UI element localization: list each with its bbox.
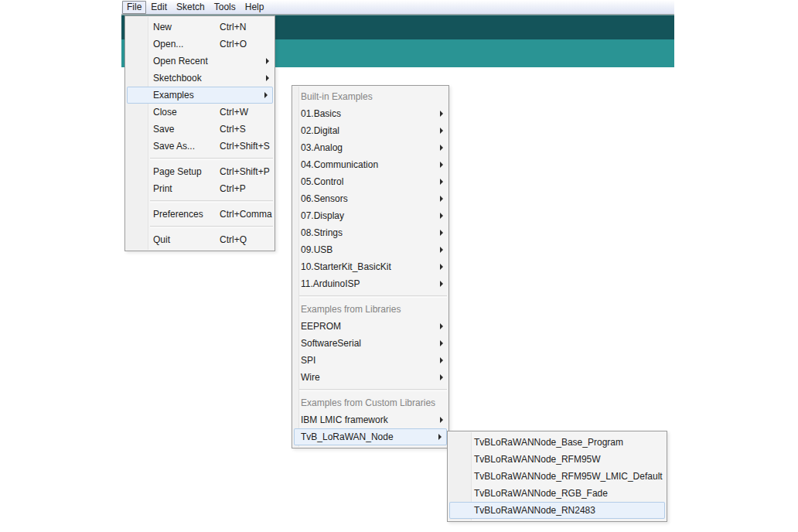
- submenu-arrow-icon: [440, 247, 443, 253]
- menubar-edit[interactable]: Edit: [146, 1, 172, 14]
- menu-item-label: 11.ArduinoISP: [301, 278, 360, 289]
- menu-item-label: Page Setup: [153, 166, 202, 177]
- menu-item-label: New: [153, 22, 172, 32]
- menu-item-preferences[interactable]: Preferences Ctrl+Comma: [125, 206, 275, 223]
- menu-item-eeprom[interactable]: EEPROM: [292, 318, 448, 335]
- menu-item-shortcut: Ctrl+N: [220, 19, 246, 36]
- menubar-help[interactable]: Help: [240, 1, 269, 14]
- menubar-file[interactable]: File: [122, 1, 146, 14]
- menu-item-spi[interactable]: SPI: [292, 352, 448, 369]
- submenu-arrow-icon: [440, 128, 443, 134]
- menu-item-07-display[interactable]: 07.Display: [292, 207, 448, 224]
- menu-item-label: IBM LMIC framework: [301, 414, 388, 425]
- menu-item-label: Preferences: [153, 209, 203, 220]
- menu-item-label: Open Recent: [153, 56, 208, 66]
- menu-header-examples-from-libraries: Examples from Libraries: [292, 301, 448, 318]
- submenu-arrow-icon: [440, 374, 443, 380]
- menu-item-softwareserial[interactable]: SoftwareSerial: [292, 335, 448, 352]
- menu-item-label: 09.USB: [301, 244, 332, 255]
- menubar-sketch[interactable]: Sketch: [172, 1, 210, 14]
- menu-item-page-setup[interactable]: Page Setup Ctrl+Shift+P: [125, 163, 275, 180]
- menu-item-tvblorawannode-rfm95w-lmic-default[interactable]: TvBLoRaWANNode_RFM95W_LMIC_Default: [448, 468, 667, 485]
- menu-item-new[interactable]: New Ctrl+N: [125, 19, 275, 36]
- submenu-arrow-icon: [440, 281, 443, 287]
- menu-separator: [299, 295, 447, 298]
- menu-item-wire[interactable]: Wire: [292, 369, 448, 386]
- menu-item-open-recent[interactable]: Open Recent: [125, 53, 275, 70]
- menu-item-label: 10.StarterKit_BasicKit: [301, 261, 391, 272]
- menubar-tools[interactable]: Tools: [210, 1, 240, 14]
- menu-item-ibm-lmic-framework[interactable]: IBM LMIC framework: [292, 411, 448, 428]
- menu-item-label: 04.Communication: [301, 159, 378, 170]
- submenu-arrow-icon: [440, 145, 443, 151]
- menu-item-examples[interactable]: Examples: [127, 87, 273, 104]
- menu-item-label: 07.Display: [301, 210, 344, 221]
- menu-item-label: Wire: [301, 372, 320, 383]
- submenu-arrow-icon: [440, 162, 443, 168]
- file-menu: New Ctrl+N Open... Ctrl+O Open Recent Sk…: [124, 15, 275, 251]
- submenu-arrow-icon: [440, 417, 443, 423]
- menu-item-05-control[interactable]: 05.Control: [292, 173, 448, 190]
- menu-item-label: Sketchbook: [153, 73, 202, 84]
- menu-item-01-basics[interactable]: 01.Basics: [292, 105, 448, 122]
- menu-item-09-usb[interactable]: 09.USB: [292, 241, 448, 258]
- menu-item-sketchbook[interactable]: Sketchbook: [125, 70, 275, 87]
- menu-item-shortcut: Ctrl+Q: [220, 231, 247, 248]
- submenu-arrow-icon: [440, 357, 443, 363]
- menu-item-shortcut: Ctrl+Shift+S: [220, 138, 270, 155]
- menu-item-06-sensors[interactable]: 06.Sensors: [292, 190, 448, 207]
- menu-item-tvb-lorawan-node[interactable]: TvB_LoRaWAN_Node: [294, 428, 447, 445]
- screen: File Edit Sketch Tools Help New Ctrl+N O…: [0, 0, 798, 532]
- menu-item-tvblorawannode-rn2483[interactable]: TvBLoRaWANNode_RN2483: [449, 502, 665, 519]
- menu-item-tvblorawannode-rfm95w[interactable]: TvBLoRaWANNode_RFM95W: [448, 451, 667, 468]
- menu-item-shortcut: Ctrl+S: [220, 121, 246, 138]
- menu-header-built-in-examples: Built-in Examples: [292, 88, 448, 105]
- menu-item-label: SPI: [301, 355, 315, 366]
- menu-item-04-communication[interactable]: 04.Communication: [292, 156, 448, 173]
- menu-item-save[interactable]: Save Ctrl+S: [125, 121, 275, 138]
- submenu-arrow-icon: [266, 58, 269, 64]
- menu-item-label: Save As...: [153, 141, 195, 152]
- menu-item-shortcut: Ctrl+P: [220, 180, 246, 197]
- submenu-arrow-icon: [266, 75, 269, 81]
- menu-item-tvblorawannode-rgb-fade[interactable]: TvBLoRaWANNode_RGB_Fade: [448, 485, 667, 502]
- submenu-arrow-icon: [440, 213, 443, 219]
- menu-item-shortcut: Ctrl+Comma: [220, 206, 272, 223]
- menu-item-shortcut: Ctrl+O: [220, 36, 247, 53]
- menu-item-label: Save: [153, 124, 174, 135]
- menu-item-label: SoftwareSerial: [301, 338, 361, 349]
- menu-header-examples-from-custom-libraries: Examples from Custom Libraries: [292, 394, 448, 411]
- menu-separator: [150, 226, 273, 228]
- menu-item-label: Print: [153, 183, 172, 194]
- menu-item-tvblorawannode-base-program[interactable]: TvBLoRaWANNode_Base_Program: [448, 434, 667, 451]
- submenu-arrow-icon: [264, 92, 268, 98]
- submenu-arrow-icon: [440, 196, 443, 202]
- menu-bar: File Edit Sketch Tools Help: [121, 0, 674, 15]
- menu-item-label: Open...: [153, 39, 183, 49]
- menu-item-08-strings[interactable]: 08.Strings: [292, 224, 448, 241]
- menu-item-label: 05.Control: [301, 176, 343, 187]
- menu-item-open[interactable]: Open... Ctrl+O: [125, 36, 275, 53]
- submenu-arrow-icon: [440, 111, 443, 117]
- menu-item-label: 02.Digital: [301, 125, 339, 136]
- menu-item-quit[interactable]: Quit Ctrl+Q: [125, 231, 275, 248]
- menu-item-print[interactable]: Print Ctrl+P: [125, 180, 275, 197]
- menu-item-10-starterkit-basickit[interactable]: 10.StarterKit_BasicKit: [292, 258, 448, 275]
- menu-item-close[interactable]: Close Ctrl+W: [125, 104, 275, 121]
- submenu-arrow-icon: [440, 230, 443, 236]
- submenu-arrow-icon: [440, 340, 443, 346]
- menu-item-label: TvBLoRaWANNode_RN2483: [474, 505, 595, 516]
- tvb-lorawan-node-submenu: TvBLoRaWANNode_Base_Program TvBLoRaWANNo…: [447, 431, 667, 522]
- menu-separator: [299, 389, 447, 391]
- menu-item-save-as[interactable]: Save As... Ctrl+Shift+S: [125, 138, 275, 155]
- menu-item-shortcut: Ctrl+Shift+P: [220, 163, 270, 180]
- submenu-arrow-icon: [440, 264, 443, 270]
- menu-item-03-analog[interactable]: 03.Analog: [292, 139, 448, 156]
- menu-item-11-arduinoisp[interactable]: 11.ArduinoISP: [292, 275, 448, 292]
- menu-item-label: Close: [153, 107, 177, 118]
- menu-item-02-digital[interactable]: 02.Digital: [292, 122, 448, 139]
- menu-item-label: 01.Basics: [301, 108, 341, 119]
- menu-item-label: Quit: [153, 234, 170, 245]
- submenu-arrow-icon: [440, 323, 443, 329]
- menu-separator: [150, 158, 273, 160]
